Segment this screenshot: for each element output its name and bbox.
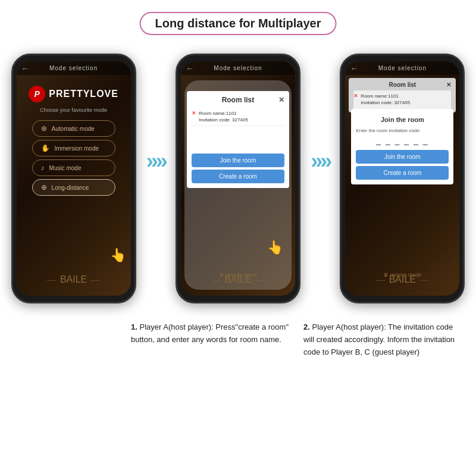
choose-text: Choose your favourite mode — [17, 107, 131, 113]
phone-2-screen: ← Mode selection Room list ✕ ✕ Room name… — [181, 61, 295, 296]
phone-1-header-title: Mode selection — [49, 65, 98, 71]
arrow-2: »» — [311, 149, 330, 174]
page-title: Long distance for Multiplayer — [155, 17, 321, 30]
hand-cursor-2: 👆 — [267, 240, 283, 255]
back-arrow-2[interactable]: ← — [186, 64, 194, 73]
phone-3-header-title: Mode selection — [378, 65, 427, 71]
remote-mode-icon-3: 🖥 — [383, 272, 389, 278]
join-dialog-title-3: Join the room — [356, 116, 449, 123]
join-label-3: Enter the room invitation code: — [356, 128, 449, 133]
close-icon-3[interactable]: ✕ — [446, 82, 451, 88]
long-distance-icon: ⊕ — [41, 183, 47, 192]
phone-1-screen: ← Mode selection P PRETTYLOVE Choose you… — [17, 61, 131, 296]
logo-icon: P — [29, 86, 45, 102]
phone-2: ← Mode selection Room list ✕ ✕ Room name… — [176, 54, 300, 303]
baile-brand-1: BAILE — [17, 274, 131, 285]
automatic-mode-btn[interactable]: ⊛ Automatic mode — [32, 120, 115, 137]
join-room-btn-2[interactable]: Join the room — [192, 154, 284, 167]
back-arrow-1[interactable]: ← — [21, 64, 30, 73]
join-dialog-3: Join the room Enter the room invitation … — [351, 109, 453, 184]
title-container: Long distance for Multiplayer — [140, 12, 337, 35]
phones-row: ← Mode selection P PRETTYLOVE Choose you… — [6, 54, 470, 303]
phone-3-screen: ← Mode selection Room list ✕ ✕ Room name… — [345, 61, 459, 296]
create-room-btn-2[interactable]: Create a room — [192, 170, 284, 183]
create-btn-3[interactable]: Create a room — [356, 166, 449, 180]
phone-1: ← Mode selection P PRETTYLOVE Choose you… — [11, 54, 136, 303]
phone-3-header: ← Mode selection — [345, 61, 459, 75]
immersion-mode-btn[interactable]: ✋ Immersion mode — [32, 140, 115, 156]
room-dialog-title-2: Room list ✕ — [192, 96, 284, 104]
room-x-3: ✕ — [353, 93, 358, 99]
phone-2-header: ← Mode selection — [181, 61, 295, 75]
desc-1: 1. Player A(host player): Press"create a… — [131, 321, 292, 358]
join-input-3[interactable]: _ _ _ _ _ _ — [356, 136, 449, 145]
back-arrow-3[interactable]: ← — [350, 64, 358, 73]
descriptions: 1. Player A(host player): Press"create a… — [131, 321, 464, 358]
room-list-top-3: Room list ✕ ✕ Room name:1101 Invitation … — [349, 78, 456, 112]
remote-mode-icon-2: 🖥 — [219, 272, 224, 278]
phone-3: ← Mode selection Room list ✕ ✕ Room name… — [340, 54, 465, 303]
music-mode-btn[interactable]: ♪ Music mode — [32, 159, 115, 176]
room-dialog-close-2[interactable]: ✕ — [278, 96, 284, 104]
room-dialog-2: Room list ✕ ✕ Room name:1101 Invitation … — [187, 91, 289, 188]
pretty-love-logo: P PRETTYLOVE — [17, 86, 131, 102]
room-item-text-2: Room name:1101 Invitation code: 327405 — [199, 110, 248, 123]
room-text-3: Room name:1101 Invitation code: 327405 — [361, 93, 410, 106]
join-btn-3[interactable]: Join the room — [356, 150, 449, 164]
desc-2: 2. Player A(host player): The invitation… — [303, 321, 464, 358]
room-item-2: ✕ Room name:1101 Invitation code: 327405 — [192, 108, 284, 126]
hand-cursor-1: 👆 — [110, 248, 126, 263]
remote-mode-2: 🖥 remote mode — [181, 272, 295, 278]
automatic-icon: ⊛ — [41, 124, 47, 133]
music-icon: ♪ — [41, 164, 45, 172]
phone-1-header: ← Mode selection — [17, 61, 131, 75]
remote-mode-3: 🖥 remote mode — [345, 272, 459, 278]
immersion-icon: ✋ — [41, 144, 50, 152]
arrow-symbol-2: »» — [311, 149, 330, 174]
room-list-header-3: Room list ✕ — [353, 82, 451, 88]
long-distance-btn[interactable]: ⊕ Long-distance — [32, 179, 115, 196]
logo-text: PRETTYLOVE — [49, 89, 118, 99]
grayed-room-item-3: ✕ Room name:1101 Invitation code: 327405 — [353, 90, 451, 109]
room-item-x-2: ✕ — [192, 110, 196, 116]
arrow-1: »» — [146, 149, 165, 174]
phone-2-header-title: Mode selection — [214, 65, 262, 71]
arrow-symbol-1: »» — [146, 149, 165, 174]
